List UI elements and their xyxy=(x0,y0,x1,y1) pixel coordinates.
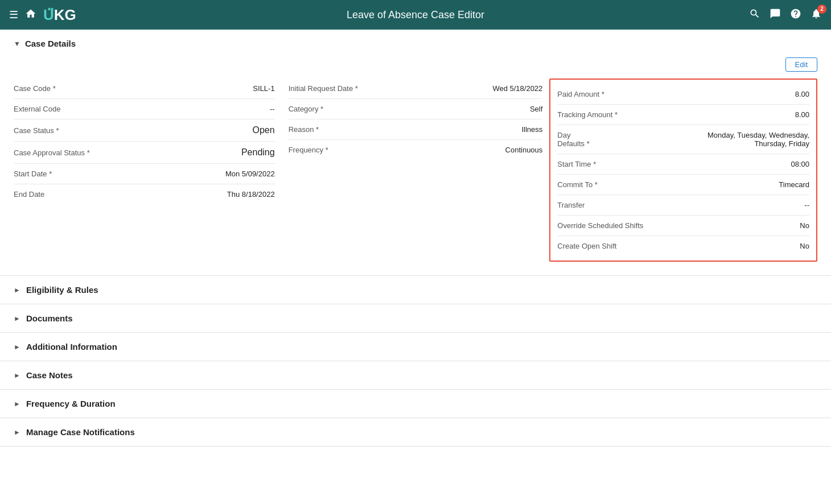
top-navigation: ☰ ÜKG Leave of Absence Case Editor 2 xyxy=(0,0,831,30)
field-transfer: Transfer -- xyxy=(557,195,809,216)
nav-left: ☰ ÜKG xyxy=(9,7,76,22)
case-notes-label: Case Notes xyxy=(26,370,73,380)
case-code-label: Case Code * xyxy=(14,84,56,93)
field-initial-request-date: Initial Request Date * Wed 5/18/2022 xyxy=(289,79,543,99)
commit-to-label: Commit To * xyxy=(557,180,598,189)
reason-value: Illness xyxy=(521,125,542,134)
edit-btn-row: Edit xyxy=(14,57,817,72)
documents-section: ► Documents xyxy=(0,304,831,333)
documents-header[interactable]: ► Documents xyxy=(0,304,831,332)
start-time-label: Start Time * xyxy=(557,160,596,168)
eligibility-rules-label: Eligibility & Rules xyxy=(26,285,98,295)
documents-label: Documents xyxy=(26,313,73,323)
end-date-value: Thu 8/18/2022 xyxy=(227,190,275,199)
field-start-time: Start Time * 08:00 xyxy=(557,154,809,175)
eligibility-rules-header[interactable]: ► Eligibility & Rules xyxy=(0,276,831,304)
transfer-value: -- xyxy=(804,201,809,209)
additional-info-header[interactable]: ► Additional Information xyxy=(0,333,831,361)
frequency-label: Frequency * xyxy=(289,146,328,154)
case-details-body: Edit Case Code * SILL-1 External Code --… xyxy=(0,57,831,275)
day-defaults-label: DayDefaults * xyxy=(557,131,589,148)
hamburger-icon[interactable]: ☰ xyxy=(9,9,18,21)
initial-request-date-label: Initial Request Date * xyxy=(289,84,358,93)
case-approval-label: Case Approval Status * xyxy=(14,148,90,157)
case-code-value: SILL-1 xyxy=(253,84,274,93)
case-status-label: Case Status * xyxy=(14,126,59,135)
frequency-duration-header[interactable]: ► Frequency & Duration xyxy=(0,390,831,418)
end-date-label: End Date xyxy=(14,190,44,199)
case-notes-header[interactable]: ► Case Notes xyxy=(0,361,831,389)
middle-column: Initial Request Date * Wed 5/18/2022 Cat… xyxy=(282,79,550,262)
field-create-open-shift: Create Open Shift No xyxy=(557,236,809,256)
case-status-value: Open xyxy=(253,125,275,135)
commit-to-value: Timecard xyxy=(779,180,809,189)
manage-case-notifications-section: ► Manage Case Notifications xyxy=(0,418,831,447)
case-notes-section: ► Case Notes xyxy=(0,361,831,390)
home-icon[interactable] xyxy=(25,8,36,22)
eligibility-rules-section: ► Eligibility & Rules xyxy=(0,276,831,304)
help-icon[interactable] xyxy=(790,8,801,22)
messages-icon[interactable] xyxy=(770,8,781,22)
chevron-right-icon: ► xyxy=(14,343,20,351)
chevron-right-icon: ► xyxy=(14,400,20,408)
field-category: Category * Self xyxy=(289,99,543,119)
page-title: Leave of Absence Case Editor xyxy=(347,9,484,21)
field-tracking-amount: Tracking Amount * 8.00 xyxy=(557,105,809,125)
transfer-label: Transfer xyxy=(557,201,585,209)
details-grid: Case Code * SILL-1 External Code -- Case… xyxy=(14,79,817,262)
notifications-icon[interactable]: 2 xyxy=(811,8,822,22)
start-date-value: Mon 5/09/2022 xyxy=(225,170,275,178)
override-scheduled-shifts-value: No xyxy=(800,221,809,230)
field-frequency: Frequency * Continuous xyxy=(289,140,543,160)
chevron-right-icon: ► xyxy=(14,286,20,294)
field-case-status: Case Status * Open xyxy=(14,119,275,142)
edit-button[interactable]: Edit xyxy=(785,57,817,72)
field-day-defaults: DayDefaults * Monday, Tuesday, Wednesday… xyxy=(557,125,809,154)
field-paid-amount: Paid Amount * 8.00 xyxy=(557,84,809,105)
field-external-code: External Code -- xyxy=(14,99,275,119)
category-value: Self xyxy=(530,105,542,113)
day-defaults-value: Monday, Tuesday, Wednesday,Thursday, Fri… xyxy=(707,131,809,148)
case-details-section: ▼ Case Details Edit Case Code * SILL-1 E… xyxy=(0,30,831,276)
frequency-duration-section: ► Frequency & Duration xyxy=(0,390,831,418)
paid-amount-value: 8.00 xyxy=(795,90,809,98)
external-code-label: External Code xyxy=(14,105,60,113)
field-override-scheduled-shifts: Override Scheduled Shifts No xyxy=(557,216,809,236)
case-approval-value: Pending xyxy=(241,147,275,158)
create-open-shift-label: Create Open Shift xyxy=(557,242,616,250)
paid-amount-label: Paid Amount * xyxy=(557,90,604,98)
create-open-shift-value: No xyxy=(800,242,809,250)
initial-request-date-value: Wed 5/18/2022 xyxy=(492,84,542,93)
field-reason: Reason * Illness xyxy=(289,119,543,140)
field-start-date: Start Date * Mon 5/09/2022 xyxy=(14,164,275,184)
tracking-amount-label: Tracking Amount * xyxy=(557,110,618,119)
main-content: ▼ Case Details Edit Case Code * SILL-1 E… xyxy=(0,30,831,504)
chevron-right-icon: ► xyxy=(14,371,20,379)
frequency-value: Continuous xyxy=(505,146,543,154)
notification-badge: 2 xyxy=(817,5,826,14)
field-case-code: Case Code * SILL-1 xyxy=(14,79,275,99)
field-commit-to: Commit To * Timecard xyxy=(557,175,809,195)
case-details-label: Case Details xyxy=(25,39,76,48)
ukg-logo: ÜKG xyxy=(43,7,76,22)
search-icon[interactable] xyxy=(749,8,760,22)
left-column: Case Code * SILL-1 External Code -- Case… xyxy=(14,79,282,262)
start-time-value: 08:00 xyxy=(791,160,809,168)
reason-label: Reason * xyxy=(289,125,319,134)
case-details-header[interactable]: ▼ Case Details xyxy=(0,30,831,57)
chevron-down-icon: ▼ xyxy=(14,40,20,48)
field-case-approval-status: Case Approval Status * Pending xyxy=(14,142,275,164)
frequency-duration-label: Frequency & Duration xyxy=(26,399,116,408)
nav-right: 2 xyxy=(749,8,822,22)
start-date-label: Start Date * xyxy=(14,170,52,178)
manage-case-notifications-label: Manage Case Notifications xyxy=(26,427,135,437)
tracking-amount-value: 8.00 xyxy=(795,110,809,119)
right-column: Paid Amount * 8.00 Tracking Amount * 8.0… xyxy=(549,79,817,262)
manage-case-notifications-header[interactable]: ► Manage Case Notifications xyxy=(0,418,831,446)
additional-info-section: ► Additional Information xyxy=(0,333,831,361)
field-end-date: End Date Thu 8/18/2022 xyxy=(14,184,275,204)
chevron-right-icon: ► xyxy=(14,315,20,323)
additional-info-label: Additional Information xyxy=(26,342,117,352)
chevron-right-icon: ► xyxy=(14,428,20,436)
external-code-value: -- xyxy=(270,105,275,113)
